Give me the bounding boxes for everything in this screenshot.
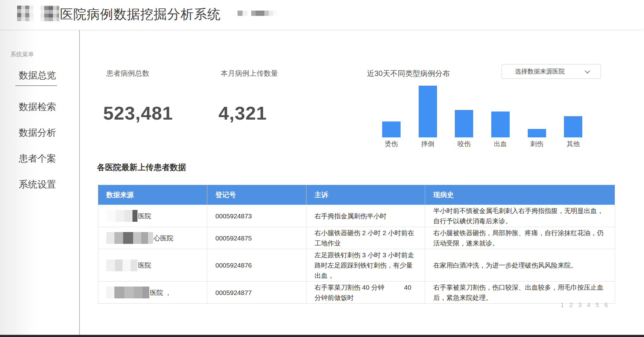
hospital-name-suffix: 医院 [138, 260, 151, 270]
sidebar-menu: 数据总览数据检索数据分析患者个案系统设置 [19, 70, 57, 205]
redacted-logo-block [17, 6, 33, 21]
cell-chief-complaint: 左足跟铁钉刺伤 3 小时 3 小时前走路时左足跟踩到铁钉刺伤，有少量出血， [306, 249, 425, 282]
main-content: 患者病例总数 523,481 本月病例上传数量 4,321 近30天不同类型病例… [80, 30, 644, 335]
bar-column [519, 86, 555, 137]
redacted-hospital-name [106, 232, 153, 244]
pagination: 123456 [98, 301, 615, 309]
table-row: 心医院0005924875右小腿铁器砸伤 2 小时 2 小时前在工地作业右小腿被… [98, 227, 615, 249]
cell-present-illness: 右小腿被铁器砸伤，局部肿胀、疼痛，自行涂抹红花油，仍活动受限，遂来就诊。 [425, 227, 615, 249]
cell-data-source: 医院 [98, 249, 207, 282]
redacted-header-text-2 [251, 11, 277, 16]
table-row: 医院 ，0005924877右手掌菜刀割伤 40 分钟 40 分钟前做饭时右手掌… [98, 282, 615, 304]
sidebar-item-overview[interactable]: 数据总览 [19, 70, 57, 86]
cell-present-illness: 半小时前不慎被金属毛刺刺入右手拇指指腹，无明显出血，自行予以碘伏消毒后来诊。 [425, 205, 615, 227]
bar-column [446, 86, 482, 137]
bottom-bar [0, 335, 644, 337]
bar-0 [382, 121, 401, 137]
stat-monthly-uploads-label: 本月病例上传数量 [221, 69, 278, 78]
sidebar: 系统菜单 数据总览数据检索数据分析患者个案系统设置 [0, 30, 80, 335]
stat-monthly-uploads-value: 4,321 [219, 104, 267, 123]
bar-chart [373, 86, 591, 137]
page-number-3[interactable]: 3 [578, 301, 582, 309]
table-header-row: 数据来源登记号主诉现病史 [98, 185, 615, 205]
table-column-header: 主诉 [306, 185, 425, 205]
redacted-hospital-name [106, 210, 137, 222]
chevron-down-icon [585, 68, 590, 74]
cell-registration-number: 0005924873 [207, 205, 306, 227]
sidebar-item-cases[interactable]: 患者个案 [19, 154, 56, 164]
table-column-header: 数据来源 [98, 185, 207, 205]
bar-label: 刺伤 [519, 140, 555, 148]
page-number-1[interactable]: 1 [560, 301, 564, 309]
app-screen: 医院病例数据挖掘分析系统 系统菜单 数据总览数据检索数据分析患者个案系统设置 患… [0, 0, 644, 337]
page-number-5[interactable]: 5 [596, 301, 599, 309]
cell-registration-number: 0005924877 [207, 282, 306, 304]
cell-chief-complaint: 右手拇指金属刺伤半小时 [306, 205, 425, 227]
bar-label: 烫伤 [373, 140, 410, 148]
chart-title: 近30天不同类型病例分布 [367, 69, 450, 78]
bar-label: 摔倒 [410, 140, 446, 148]
table-column-header: 现病史 [425, 185, 615, 205]
bar-column [373, 86, 410, 137]
table-section-title: 各医院最新上传患者数据 [97, 162, 186, 173]
cell-present-illness: 右手掌被菜刀割伤，伤口较深、出血较多，用毛巾按压止血后，紧急来院处理。 [425, 282, 615, 304]
cell-registration-number: 0005924876 [207, 249, 306, 282]
hospital-name-suffix: 心医院 [154, 233, 173, 243]
bar-5 [564, 116, 582, 137]
sidebar-heading: 系统菜单 [10, 50, 34, 59]
sidebar-item-settings[interactable]: 系统设置 [19, 179, 56, 189]
patient-data-table: 数据来源登记号主诉现病史 医院0005924873右手拇指金属刺伤半小时半小时前… [98, 185, 615, 304]
app-header: 医院病例数据挖掘分析系统 [0, 0, 644, 30]
cell-chief-complaint: 右手掌菜刀割伤 40 分钟 40 分钟前做饭时 [306, 282, 425, 304]
table-row: 医院0005924873右手拇指金属刺伤半小时半小时前不慎被金属毛刺刺入右手拇指… [98, 205, 615, 227]
bar-chart-labels: 烫伤摔倒咬伤出血刺伤其他 [373, 140, 591, 148]
table-row: 医院0005924876左足跟铁钉刺伤 3 小时 3 小时前走路时左足跟踩到铁钉… [98, 249, 615, 282]
cell-data-source: 心医院 [98, 227, 207, 249]
redacted-header-text [238, 11, 248, 16]
bar-column [482, 86, 519, 137]
redacted-hospital-name [106, 287, 149, 298]
hospital-source-dropdown[interactable]: 选择数据来源医院 [502, 64, 601, 79]
bar-label: 出血 [482, 140, 519, 148]
sidebar-item-search[interactable]: 数据检索 [19, 102, 56, 112]
bar-2 [455, 110, 473, 137]
dropdown-label: 选择数据来源医院 [515, 67, 565, 76]
stat-total-cases-value: 523,481 [103, 104, 173, 123]
table-column-header: 登记号 [207, 185, 306, 205]
bar-4 [528, 129, 546, 137]
bar-column [410, 86, 446, 137]
cell-data-source: 医院 ， [98, 282, 207, 304]
cell-registration-number: 0005924875 [207, 227, 306, 249]
bar-label: 其他 [555, 140, 591, 148]
page-number-2[interactable]: 2 [569, 301, 573, 309]
page-number-4[interactable]: 4 [587, 301, 590, 309]
redacted-hospital-name [106, 259, 137, 271]
redacted-logo-block-2 [41, 6, 59, 21]
sidebar-item-analysis[interactable]: 数据分析 [19, 128, 56, 138]
cell-chief-complaint: 右小腿铁器砸伤 2 小时 2 小时前在工地作业 [306, 227, 425, 249]
bar-column [555, 86, 591, 137]
bar-label: 咬伤 [446, 140, 482, 148]
stat-total-cases-label: 患者病例总数 [106, 69, 149, 78]
page-number-6[interactable]: 6 [604, 301, 608, 309]
bar-3 [491, 112, 510, 137]
cell-present-illness: 在家用白酒冲洗，为进一步处理破伤风风险来院。 [425, 249, 615, 282]
bar-1 [419, 86, 437, 137]
hospital-name-suffix: 医院 [138, 211, 151, 221]
cell-data-source: 医院 [98, 205, 207, 227]
hospital-name-suffix: 医院 ， [150, 287, 171, 298]
app-title: 医院病例数据挖掘分析系统 [60, 6, 221, 23]
